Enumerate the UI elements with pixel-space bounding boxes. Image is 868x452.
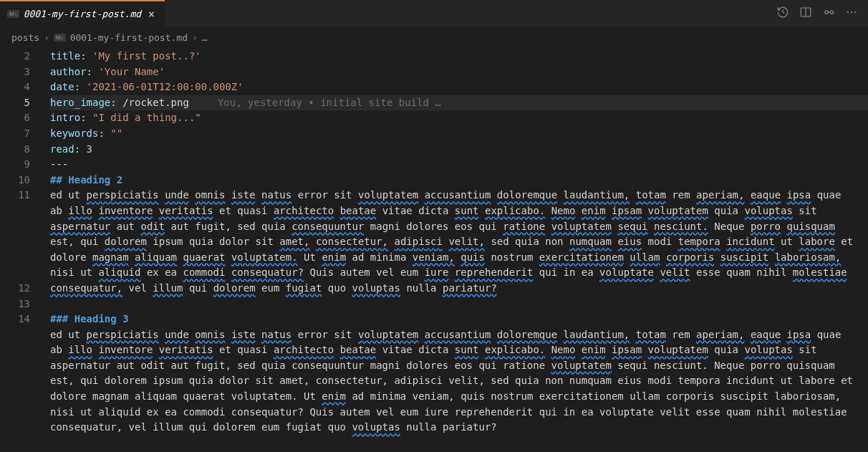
svg-point-6 xyxy=(851,11,852,13)
code-line[interactable]: read: 3 xyxy=(50,142,868,158)
code-line[interactable]: keywords: "" xyxy=(50,126,868,142)
line-number xyxy=(0,203,46,219)
line-number xyxy=(0,373,46,389)
line-number: 3 xyxy=(0,64,46,80)
svg-point-5 xyxy=(847,11,849,13)
line-number-gutter: 234567891011121314 xyxy=(0,47,46,452)
split-editor-icon[interactable] xyxy=(799,6,812,21)
line-number xyxy=(0,327,46,343)
editor[interactable]: 234567891011121314 title: 'My first post… xyxy=(0,47,868,452)
markdown-badge-icon: M↓ xyxy=(54,34,66,42)
line-number xyxy=(0,358,46,374)
code-line[interactable]: intro: "I did a thing..." xyxy=(50,110,868,126)
close-icon[interactable]: × xyxy=(145,8,158,21)
code-line[interactable]: hero_image: /rocket.pngYou, yesterday • … xyxy=(50,95,868,111)
svg-point-7 xyxy=(854,11,856,13)
line-number xyxy=(0,389,46,405)
code-line[interactable]: ### Heading 3 xyxy=(50,312,868,327)
code-line[interactable]: date: '2021-06-01T12:00:00.000Z' xyxy=(50,80,868,95)
breadcrumb-file[interactable]: 0001-my-first-post.md xyxy=(70,32,188,43)
line-number: 11 xyxy=(0,188,46,203)
history-icon[interactable] xyxy=(776,6,789,21)
code-line[interactable]: title: 'My first post..?' xyxy=(50,49,868,64)
line-number: 6 xyxy=(0,110,46,126)
git-blame-annotation: You, yesterday • initial site build … xyxy=(189,97,441,108)
code-line[interactable] xyxy=(50,297,868,312)
svg-point-3 xyxy=(830,11,834,14)
line-number: 5 xyxy=(0,95,46,111)
line-number: 9 xyxy=(0,157,46,173)
line-number: 8 xyxy=(0,142,46,158)
line-number xyxy=(0,265,46,281)
code-line[interactable]: --- xyxy=(50,157,868,173)
chevron-right-icon: › xyxy=(192,32,198,43)
tab-title: 0001-my-first-post.md xyxy=(24,9,141,19)
code-line[interactable]: author: 'Your Name' xyxy=(50,64,868,80)
paragraph[interactable]: ed ut perspiciatis unde omnis iste natus… xyxy=(50,188,868,296)
line-number: 7 xyxy=(0,126,46,142)
line-number xyxy=(0,342,46,358)
svg-point-2 xyxy=(825,11,829,14)
markdown-badge-icon: M↓ xyxy=(7,10,19,18)
code-area[interactable]: title: 'My first post..?'author: 'Your N… xyxy=(46,47,868,452)
preview-icon[interactable] xyxy=(822,6,835,21)
breadcrumb-tail[interactable]: … xyxy=(202,32,208,43)
code-line[interactable]: ## Heading 2 xyxy=(50,173,868,188)
breadcrumb-folder[interactable]: posts xyxy=(11,32,39,43)
line-number: 4 xyxy=(0,80,46,95)
line-number xyxy=(0,234,46,250)
tab-bar: M↓ 0001-my-first-post.md × xyxy=(0,0,868,27)
line-number xyxy=(0,219,46,235)
line-number: 13 xyxy=(0,297,46,312)
line-number: 12 xyxy=(0,281,46,297)
chevron-right-icon: › xyxy=(44,32,49,43)
editor-tab[interactable]: M↓ 0001-my-first-post.md × xyxy=(0,0,165,27)
more-actions-icon[interactable] xyxy=(845,6,858,21)
tab-spacer xyxy=(165,0,766,27)
line-number: 14 xyxy=(0,312,46,327)
line-number: 2 xyxy=(0,49,46,64)
paragraph[interactable]: ed ut perspiciatis unde omnis iste natus… xyxy=(50,327,868,436)
breadcrumbs[interactable]: posts › M↓ 0001-my-first-post.md › … xyxy=(0,27,868,47)
line-number: 10 xyxy=(0,173,46,188)
line-number xyxy=(0,250,46,266)
tab-actions xyxy=(766,0,868,27)
